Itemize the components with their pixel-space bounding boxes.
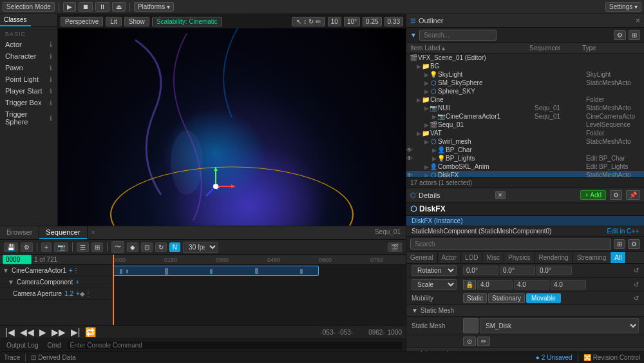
details-search-opts-btn[interactable]: ⚙ xyxy=(628,239,640,249)
platforms-btn[interactable]: Platforms ▾ xyxy=(134,2,174,12)
toolbar-btn-1[interactable]: ▶ xyxy=(63,2,76,12)
sequencer-close-btn[interactable]: × xyxy=(88,226,99,239)
tree-item-11[interactable]: 👁 ▶ 👤 BP_Char xyxy=(406,146,644,154)
details-tab-physics[interactable]: Physics xyxy=(504,252,535,263)
sequencer-tab[interactable]: Sequencer xyxy=(39,226,87,239)
tree-item-10[interactable]: ▶ ⬡ Swirl_mesh StaticMeshActo xyxy=(406,137,644,146)
details-search-filter-btn[interactable]: ⊞ xyxy=(614,239,625,249)
static-mesh-select[interactable]: SM_Disk xyxy=(480,318,639,333)
fps-select[interactable]: 30 fps xyxy=(183,242,218,253)
lit-btn[interactable]: Lit xyxy=(106,17,122,26)
mobility-static-btn[interactable]: Static xyxy=(463,293,487,303)
actor-item-playerstart[interactable]: Player Start ℹ xyxy=(3,85,55,97)
seq-timecode-input[interactable] xyxy=(3,255,32,264)
mobility-movable-btn[interactable]: Movable xyxy=(526,293,561,303)
rotation-x-input[interactable] xyxy=(463,266,498,275)
seq-view-btn[interactable]: ⊞ xyxy=(91,242,103,252)
tree-item-8[interactable]: ▶ 🎬 Sequ_01 LevelSequence xyxy=(406,121,644,129)
seq-save-btn[interactable]: 💾 xyxy=(4,242,18,252)
eye-icon-12[interactable]: 👁 xyxy=(406,155,413,162)
toolbar-btn-2[interactable]: ⏹ xyxy=(79,2,93,12)
mobility-stationary-btn[interactable]: Stationary xyxy=(488,293,525,303)
tree-item-0[interactable]: 🎬 VFX_Scene_01 (Editor) xyxy=(406,54,644,62)
output-log-tab[interactable]: Output Log xyxy=(4,342,41,349)
tree-item-9[interactable]: ▶ 📁 VAT Folder xyxy=(406,129,644,137)
edit-cpp-btn[interactable]: Edit in C++ xyxy=(607,228,639,235)
scale-select[interactable]: Scale xyxy=(412,279,457,290)
loop-btn[interactable]: 🔁 xyxy=(84,327,97,337)
status-trace[interactable]: Trace xyxy=(4,354,20,361)
actor-item-triggerbox[interactable]: Trigger Box ℹ xyxy=(3,97,55,108)
details-tab-actor[interactable]: Actor xyxy=(438,252,461,263)
seq-snap-btn[interactable]: ⊡ xyxy=(141,242,153,252)
status-unsaved[interactable]: ● 2 Unsaved xyxy=(536,354,573,361)
outliner-search-input[interactable] xyxy=(419,30,497,41)
details-tab-all[interactable]: All xyxy=(611,252,626,263)
playhead[interactable] xyxy=(113,255,114,325)
tree-item-4[interactable]: ▶ ⬡ Sphere_SKY xyxy=(406,87,644,95)
timeline-clip-camera[interactable] xyxy=(113,266,319,276)
scale-y-input[interactable] xyxy=(514,280,549,289)
scale-x-input[interactable] xyxy=(477,280,513,289)
tree-item-13[interactable]: ▶ 👤 ComboSKL_Anim Edit BP_Lights xyxy=(406,162,644,171)
details-tab-rendering[interactable]: Rendering xyxy=(535,252,573,263)
scalability-badge[interactable]: Scalability: Cinematic xyxy=(152,17,222,26)
cmd-tab[interactable]: Cmd xyxy=(44,342,63,349)
track-options-btn[interactable]: ⋮ xyxy=(73,267,79,274)
outliner-close-btn[interactable]: × xyxy=(636,16,640,25)
toolbar-btn-3[interactable]: ⏸ xyxy=(95,2,109,12)
tree-item-6[interactable]: ▶ 📷 NUll Sequ_01 StaticMeshActo xyxy=(406,104,644,112)
scale-lock-btn[interactable]: 🔒 xyxy=(463,280,476,289)
rotation-reset-btn[interactable]: ↺ xyxy=(634,267,639,274)
actor-item-pointlight[interactable]: Point Light ℹ xyxy=(3,74,55,85)
details-search-input[interactable] xyxy=(410,239,611,250)
tree-item-5[interactable]: ▶ 📁 Cine Folder xyxy=(406,95,644,104)
outliner-settings-btn[interactable]: ⚙ xyxy=(614,30,626,40)
seq-add-track-btn[interactable]: + xyxy=(41,242,52,252)
actor-item-actor[interactable]: Actor ℹ xyxy=(3,39,55,50)
seq-timeline[interactable]: 0000 0150 0300 0450 0600 0750 xyxy=(113,255,406,325)
outliner-filter-btn[interactable]: ▼ xyxy=(410,32,417,39)
settings-btn[interactable]: Settings ▾ xyxy=(605,2,641,12)
console-input[interactable] xyxy=(68,342,402,349)
details-pin-btn[interactable]: 📌 xyxy=(626,190,640,200)
rotation-z-input[interactable] xyxy=(536,266,572,275)
perspective-btn[interactable]: Perspective xyxy=(61,17,103,26)
tree-item-7[interactable]: ▶ 📷 CineCameraActor1 Sequ_01 CineCameraA… xyxy=(406,112,644,121)
actor-item-pawn[interactable]: Pawn ℹ xyxy=(3,62,55,74)
details-options-btn[interactable]: ⚙ xyxy=(610,190,622,200)
static-mesh-browse-btn[interactable]: ⊙ xyxy=(463,337,476,346)
selection-mode-btn[interactable]: Selection Mode xyxy=(3,2,55,12)
go-end-btn[interactable]: ▶| xyxy=(70,327,82,337)
status-derived-data[interactable]: ⊡ Derived Data xyxy=(31,354,75,361)
show-btn[interactable]: Show xyxy=(124,17,149,26)
seq-curve-btn[interactable]: 〜 xyxy=(111,241,124,253)
details-tab-misc[interactable]: Misc xyxy=(482,252,504,263)
eye-icon-11[interactable]: 👁 xyxy=(406,146,413,153)
step-back-btn[interactable]: ◀◀ xyxy=(19,327,35,337)
rotation-select[interactable]: Rotation xyxy=(412,265,457,276)
toolbar-btn-eject[interactable]: ⏏ xyxy=(112,2,126,12)
scale-reset-btn[interactable]: ↺ xyxy=(634,281,639,288)
eye-icon-14[interactable]: 👁 xyxy=(406,172,413,177)
static-mesh-section[interactable]: ▼ Static Mesh xyxy=(406,305,644,317)
tree-item-12[interactable]: 👁 ▶ 💡 BP_Lights Edit BP_Char xyxy=(406,154,644,162)
tree-item-14[interactable]: 👁 ▶ ⬡ DiskFX StaticMeshActo xyxy=(406,171,644,177)
outliner-view-btn[interactable]: ⊞ xyxy=(629,30,640,40)
seq-camera-btn[interactable]: 📷 xyxy=(54,242,68,252)
vp-tools-btn[interactable]: ↖ ↕ ↻ ✏ xyxy=(292,17,325,26)
track-aperture-key-btn[interactable]: ◆ xyxy=(80,290,85,297)
details-tab-streaming[interactable]: Streaming xyxy=(573,252,611,263)
mobility-reset-btn[interactable]: ↺ xyxy=(634,295,639,302)
play-btn[interactable]: ▶ xyxy=(38,327,48,337)
details-add-btn[interactable]: + Add xyxy=(580,190,606,200)
browser-tab[interactable]: Browser xyxy=(0,226,39,239)
tree-item-1[interactable]: ▶ 📁 BG xyxy=(406,62,644,70)
step-fwd-btn[interactable]: ▶▶ xyxy=(50,327,67,337)
go-start-btn[interactable]: |◀ xyxy=(4,327,16,337)
scale-z-input[interactable] xyxy=(551,280,586,289)
details-tab-general[interactable]: General xyxy=(406,252,438,263)
details-instance-row[interactable]: DiskFX (Instance) xyxy=(406,216,644,226)
actor-item-character[interactable]: Character ℹ xyxy=(3,50,55,62)
details-close-btn[interactable]: × xyxy=(495,191,506,199)
